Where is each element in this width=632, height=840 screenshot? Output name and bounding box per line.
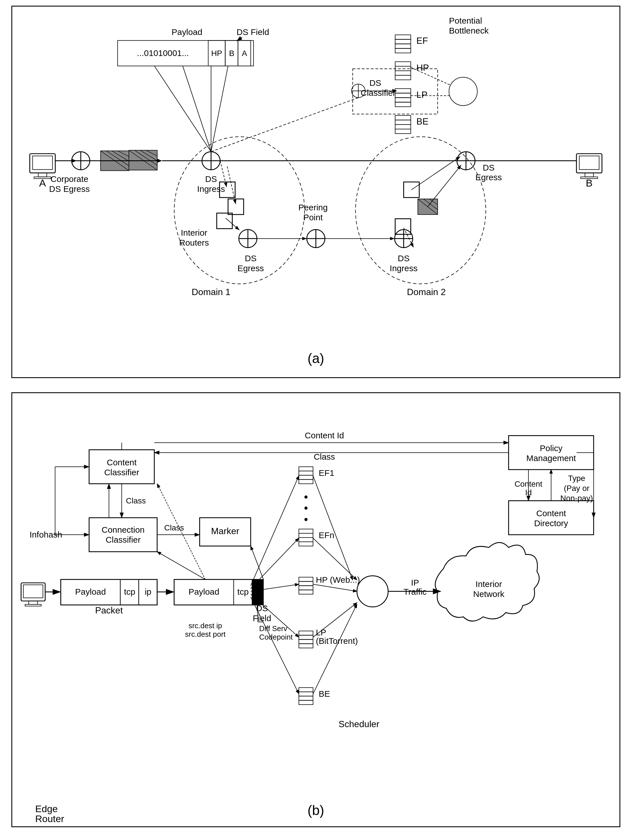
svg-text:Directory: Directory bbox=[534, 518, 568, 528]
svg-text:Peering: Peering bbox=[298, 203, 328, 212]
svg-text:Domain 1: Domain 1 bbox=[192, 287, 230, 297]
svg-text:Point: Point bbox=[303, 213, 323, 222]
svg-text:(BitTorrent): (BitTorrent) bbox=[316, 636, 358, 646]
svg-text:Scheduler: Scheduler bbox=[339, 719, 380, 729]
svg-text:EF1: EF1 bbox=[319, 468, 334, 478]
svg-text:Class: Class bbox=[126, 496, 146, 505]
diagram-a: A B Corporate DS Egress bbox=[11, 6, 620, 378]
svg-text:EF: EF bbox=[416, 36, 428, 46]
svg-text:Ingress: Ingress bbox=[390, 264, 418, 273]
svg-text:tcp: tcp bbox=[237, 587, 249, 596]
svg-text:Bottleneck: Bottleneck bbox=[449, 26, 489, 35]
svg-text:src.dest ip: src.dest ip bbox=[188, 622, 222, 630]
svg-text:Traffic: Traffic bbox=[404, 587, 426, 596]
svg-text:ip: ip bbox=[145, 587, 151, 596]
svg-text:(a): (a) bbox=[307, 351, 324, 366]
svg-text:Type: Type bbox=[568, 474, 585, 483]
svg-text:tcp: tcp bbox=[124, 587, 135, 596]
svg-text:Non-pay): Non-pay) bbox=[560, 494, 593, 502]
svg-text:Routers: Routers bbox=[179, 238, 209, 247]
svg-text:Interior: Interior bbox=[475, 579, 502, 589]
svg-text:(b): (b) bbox=[307, 803, 324, 818]
svg-text:BE: BE bbox=[416, 116, 428, 126]
svg-text:Classifier: Classifier bbox=[106, 535, 141, 544]
diagram-b: Edge Router Payload tcp ip Packet bbox=[11, 392, 620, 827]
svg-text:Domain 2: Domain 2 bbox=[407, 287, 446, 297]
svg-text:(Pay or: (Pay or bbox=[564, 484, 589, 493]
svg-text:A: A bbox=[39, 177, 46, 189]
svg-text:LP: LP bbox=[416, 90, 428, 100]
svg-text:HP: HP bbox=[416, 63, 429, 73]
svg-text:DS: DS bbox=[398, 254, 409, 263]
svg-text:B: B bbox=[229, 49, 234, 58]
svg-text:Diff Serv: Diff Serv bbox=[259, 625, 287, 633]
svg-text:Potential: Potential bbox=[449, 16, 482, 25]
svg-text:EFn: EFn bbox=[319, 531, 334, 540]
svg-text:Codepoint: Codepoint bbox=[259, 633, 293, 641]
svg-text:Content: Content bbox=[107, 458, 136, 467]
svg-text:Field: Field bbox=[253, 613, 271, 623]
svg-text:Router: Router bbox=[35, 813, 64, 824]
svg-text:DS: DS bbox=[483, 163, 494, 172]
svg-text:Edge: Edge bbox=[35, 803, 58, 814]
svg-text:Class: Class bbox=[314, 452, 335, 461]
svg-text:Content: Content bbox=[536, 508, 566, 518]
svg-text:Corporate: Corporate bbox=[51, 174, 89, 184]
svg-text:...01010001...: ...01010001... bbox=[137, 48, 189, 58]
svg-text:Interior: Interior bbox=[181, 228, 207, 237]
svg-text:Marker: Marker bbox=[211, 526, 239, 536]
svg-text:DS Egress: DS Egress bbox=[49, 184, 90, 194]
svg-text:BE: BE bbox=[319, 689, 330, 698]
svg-text:•: • bbox=[304, 513, 308, 526]
svg-text:•: • bbox=[304, 502, 308, 514]
svg-text:Ingress: Ingress bbox=[197, 184, 225, 194]
svg-text:Connection: Connection bbox=[101, 525, 144, 534]
svg-rect-157 bbox=[252, 579, 263, 605]
svg-text:Classifier: Classifier bbox=[361, 88, 396, 98]
svg-text:DS: DS bbox=[205, 174, 217, 184]
svg-text:DS Field: DS Field bbox=[236, 27, 269, 37]
svg-text:Egress: Egress bbox=[475, 172, 502, 182]
svg-text:Packet: Packet bbox=[95, 605, 123, 616]
svg-text:Payload: Payload bbox=[172, 27, 202, 37]
svg-text:Content Id: Content Id bbox=[305, 431, 344, 440]
svg-text:Payload: Payload bbox=[75, 587, 106, 596]
svg-text:src.dest port: src.dest port bbox=[185, 630, 225, 638]
svg-text:DS: DS bbox=[369, 78, 381, 88]
svg-text:Payload: Payload bbox=[188, 587, 219, 596]
svg-text:IP: IP bbox=[411, 578, 419, 587]
svg-text:Network: Network bbox=[473, 589, 505, 598]
svg-text:Classifier: Classifier bbox=[104, 467, 139, 477]
svg-text:B: B bbox=[586, 177, 593, 189]
svg-text:A: A bbox=[242, 49, 247, 58]
svg-text:DS: DS bbox=[245, 254, 257, 263]
svg-text:Egress: Egress bbox=[238, 264, 264, 273]
svg-text:•: • bbox=[304, 491, 308, 503]
svg-text:HP: HP bbox=[211, 49, 222, 58]
svg-text:Policy: Policy bbox=[540, 444, 562, 453]
svg-rect-0 bbox=[13, 6, 619, 377]
page: A B Corporate DS Egress bbox=[0, 0, 632, 840]
svg-text:Management: Management bbox=[526, 453, 576, 463]
svg-text:LP: LP bbox=[316, 628, 326, 637]
